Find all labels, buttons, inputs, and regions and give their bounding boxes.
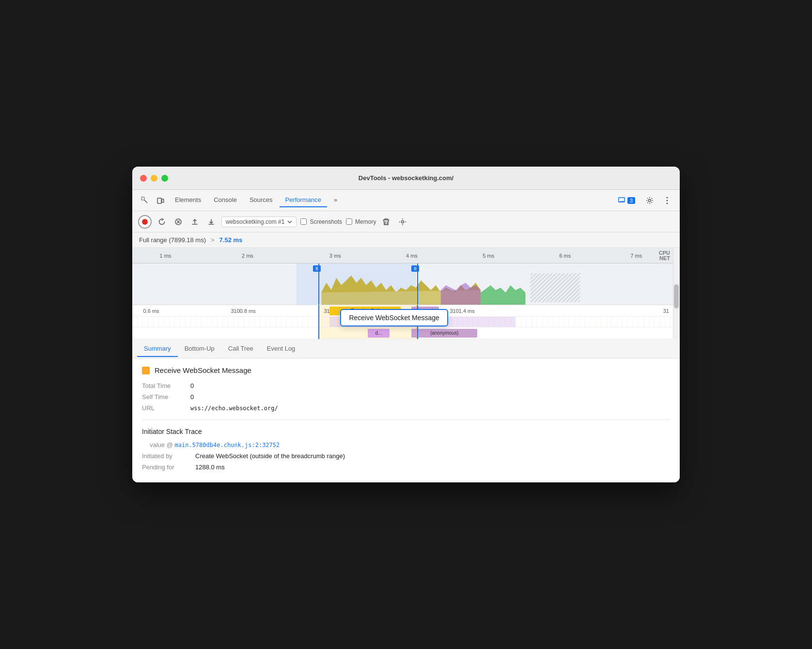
more-options-icon[interactable] [660,194,674,207]
traffic-lights [140,175,168,182]
svg-point-6 [667,202,668,204]
range-bar: Full range (7899.18 ms) > 7.52 ms [132,232,680,248]
toolbar-right: 3 [614,194,674,207]
summary-divider [142,419,670,420]
initiated-by-value: Create WebSocket (outside of the breadcr… [195,452,345,460]
screenshots-checkbox-label[interactable]: Screenshots [300,218,342,225]
summary-panel: Receive WebSocket Message Total Time 0 S… [132,358,680,482]
settings-icon[interactable] [643,194,656,207]
ruler-6ms: 6 ms [559,253,571,259]
upload-button[interactable] [188,216,201,228]
track-label-1: 0.6 ms [143,308,159,314]
summary-title-row: Receive WebSocket Message [142,366,670,374]
tab-event-log[interactable]: Event Log [260,341,302,357]
url-selector-text: websocketking.com #1 [226,218,284,225]
clear-button[interactable] [172,216,185,228]
initiator-title: Initiator Stack Trace [142,428,670,435]
d-label: d... [375,330,382,336]
reload-record-button[interactable] [156,216,168,228]
memory-checkbox[interactable] [346,218,352,225]
screenshots-checkbox[interactable] [300,218,307,225]
download-button[interactable] [205,216,218,228]
pause-icon-right: ⏸ [411,265,419,272]
pending-for-row: Pending for 1288.0 ms [142,464,670,471]
bottom-tabs: Summary Bottom-Up Call Tree Event Log [132,339,680,358]
feedback-button[interactable]: 3 [614,195,639,206]
nav-tabs: Elements Console Sources Performance » [169,193,612,207]
ruler-5ms: 5 ms [483,253,494,259]
tooltip-text: Receive WebSocket Message [349,314,439,322]
self-time-value: 0 [190,393,194,401]
url-value: wss://echo.websocket.org/ [190,405,278,412]
stack-item-label: value @ [150,441,173,448]
pending-for-label: Pending for [142,464,195,471]
summary-event-icon [142,367,150,374]
pending-for-value: 1288.0 ms [195,464,225,471]
initiated-by-label: Initiated by [142,452,195,460]
anonymous-bar[interactable]: (anonymous) [411,329,477,338]
url-label: URL [142,404,190,412]
perf-settings-icon[interactable] [396,216,409,228]
tab-sources[interactable]: Sources [244,193,279,207]
devtools-window: DevTools - websocketking.com/ Elements C… [132,167,680,482]
initiated-by-row: Initiated by Create WebSocket (outside o… [142,452,670,460]
nav-toolbar: Elements Console Sources Performance » 3 [132,190,680,211]
ruler-4ms: 4 ms [406,253,418,259]
tab-summary[interactable]: Summary [137,341,178,357]
inspect-element-icon[interactable] [138,194,152,207]
minimize-button[interactable] [151,175,157,182]
svg-point-4 [667,197,668,198]
ruler-3ms: 3 ms [329,253,341,259]
tooltip-popup: Receive WebSocket Message [340,309,448,326]
tab-console[interactable]: Console [208,193,243,207]
net-label: NET [659,255,670,261]
track-label-5: 3101.4 ms [450,308,474,314]
feedback-badge: 3 [627,197,635,204]
track-sel-left [318,305,319,339]
record-button[interactable] [138,215,152,229]
perf-timeline: 1 ms 2 ms 3 ms 4 ms 5 ms 6 ms 7 ms CPU N… [132,248,680,339]
svg-rect-10 [531,273,580,302]
ruler-7ms: 7 ms [630,253,642,259]
tab-elements[interactable]: Elements [169,193,207,207]
memory-checkbox-label[interactable]: Memory [346,218,376,225]
self-time-row: Self Time 0 [142,393,670,401]
range-chevron: > [211,236,215,244]
record-dot-icon [142,219,148,225]
stack-trace-row: value @ main.5780db4e.chunk.js:2:32752 [142,441,670,448]
screenshots-label: Screenshots [310,218,342,225]
track-row-3: d... (anonymous) [132,327,680,339]
ruler-1ms: 1 ms [160,253,172,259]
total-time-value: 0 [190,382,194,389]
tab-more[interactable]: » [328,193,343,207]
selected-range: 7.52 ms [219,236,243,244]
perf-toolbar: websocketking.com #1 Screenshots Memory [132,211,680,232]
summary-event-name: Receive WebSocket Message [155,366,251,374]
maximize-button[interactable] [161,175,168,182]
track-label-2: 3100.8 ms [231,308,255,314]
svg-point-5 [667,200,668,201]
tab-bottom-up[interactable]: Bottom-Up [178,341,221,357]
url-row: URL wss://echo.websocket.org/ [142,404,670,412]
total-time-label: Total Time [142,382,190,389]
svg-rect-1 [157,198,161,203]
tab-call-tree[interactable]: Call Tree [221,341,260,357]
memory-label: Memory [355,218,376,225]
tab-performance[interactable]: Performance [280,193,327,207]
stack-item-link[interactable]: main.5780db4e.chunk.js:2:32752 [175,442,280,448]
total-time-row: Total Time 0 [142,382,670,389]
device-mode-icon[interactable] [154,194,167,207]
d-bar[interactable]: d... [368,329,390,338]
full-range-text: Full range (7899.18 ms) [139,236,206,244]
svg-point-3 [649,199,651,201]
cpu-chart-svg [132,263,680,305]
garbage-collect-icon[interactable] [380,216,392,228]
anonymous-label: (anonymous) [430,330,458,336]
svg-rect-2 [162,199,164,202]
track-label-6: 31 [663,308,669,314]
svg-point-8 [402,220,404,223]
title-bar: DevTools - websocketking.com/ [132,167,680,190]
url-selector[interactable]: websocketking.com #1 [221,216,297,227]
close-button[interactable] [140,175,147,182]
svg-rect-0 [141,197,144,200]
